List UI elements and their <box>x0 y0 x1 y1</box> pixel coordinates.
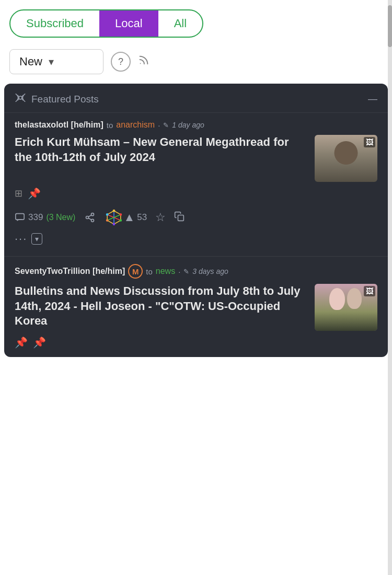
save-button-1[interactable]: ☆ <box>155 211 166 224</box>
svg-point-0 <box>140 63 141 64</box>
image-indicator-1: 🖼 <box>364 137 375 147</box>
pin-icon-1[interactable]: 📌 <box>28 187 41 200</box>
tab-local[interactable]: Local <box>99 10 158 37</box>
help-button[interactable]: ? <box>111 52 131 72</box>
sort-label: New <box>19 55 42 68</box>
filter-row: New ▾ ? <box>0 44 392 84</box>
rss-icon[interactable] <box>138 54 149 69</box>
svg-point-16 <box>106 219 109 222</box>
pencil-icon-1: ✎ <box>163 121 169 129</box>
svg-rect-18 <box>178 215 184 221</box>
post-thumbnail-2[interactable]: 🖼 <box>315 284 377 331</box>
new-comments-count-1: (3 New) <box>46 213 75 222</box>
pencil-icon-2: ✎ <box>183 268 189 275</box>
more-row-1: ··· ▾ <box>15 232 377 253</box>
share-button-1[interactable] <box>85 212 95 223</box>
svg-point-15 <box>113 223 116 225</box>
comments-count-1: 339 <box>28 212 43 223</box>
vote-count-1: 53 <box>137 212 147 223</box>
post-to-1: to <box>107 121 113 130</box>
tab-subscribed[interactable]: Subscribed <box>10 10 99 37</box>
post-author-1[interactable]: thelastaxolotl [he/him] <box>15 120 103 130</box>
post-dot-2: · <box>178 267 180 276</box>
post-time-1: 1 day ago <box>172 121 204 129</box>
scrollbar-thumb[interactable] <box>388 5 392 47</box>
help-icon: ? <box>118 56 123 67</box>
tab-group: Subscribed Local All <box>9 9 203 38</box>
svg-point-13 <box>120 213 122 216</box>
post-dot-1: · <box>158 121 160 130</box>
post-content-row-2: Bulletins and News Discussion from July … <box>15 284 377 331</box>
pin-icon-2b[interactable]: 📌 <box>33 336 46 349</box>
image-indicator-2: 🖼 <box>364 286 375 296</box>
post-title-1[interactable]: Erich Kurt Mühsam – New General Megathre… <box>15 135 307 165</box>
tab-all[interactable]: All <box>158 10 202 37</box>
more-options-button-1[interactable]: ··· <box>15 232 27 246</box>
feed-container: Featured Posts — thelastaxolotl [he/him]… <box>4 84 388 357</box>
svg-point-14 <box>120 219 122 222</box>
post-author-2[interactable]: SeventyTwoTrillion [he/him] <box>15 267 125 276</box>
mod-badge-2[interactable]: M <box>128 264 143 279</box>
post-meta-2: SeventyTwoTrillion [he/him] M to news · … <box>15 264 377 279</box>
post-time-2: 3 days ago <box>192 267 228 275</box>
pin-icon-2a[interactable]: 📌 <box>15 336 28 349</box>
post-content-row-1: Erich Kurt Mühsam – New General Megathre… <box>15 135 377 182</box>
post-meta-1: thelastaxolotl [he/him] to anarchism · ✎… <box>15 120 377 130</box>
pin-row-2: 📌 📌 <box>15 336 377 349</box>
chevron-down-icon: ▾ <box>49 55 54 68</box>
svg-rect-2 <box>16 214 24 220</box>
post-item-2: SeventyTwoTrillion [he/him] M to news · … <box>4 256 388 357</box>
action-bar-1: 339 (3 New) <box>15 205 377 232</box>
sort-dropdown[interactable]: New ▾ <box>9 49 103 74</box>
post-title-2[interactable]: Bulletins and News Discussion from July … <box>15 284 307 329</box>
featured-label: Featured Posts <box>15 93 99 105</box>
broadcast-icon <box>15 93 26 105</box>
featured-header: Featured Posts — <box>4 84 388 112</box>
post-thumbnail-1[interactable]: 🖼 <box>315 135 377 182</box>
scrollbar[interactable] <box>388 0 392 575</box>
comments-button-1[interactable]: 339 (3 New) <box>15 212 75 223</box>
post-to-2: to <box>146 267 153 276</box>
svg-line-6 <box>89 218 92 220</box>
post-community-1[interactable]: anarchism <box>116 120 155 130</box>
minimize-icon[interactable]: — <box>368 94 377 105</box>
bookmark-icon-1[interactable]: ⊞ <box>15 188 22 199</box>
upvote-button-1[interactable]: ▲ <box>123 211 135 224</box>
post-item: thelastaxolotl [he/him] to anarchism · ✎… <box>4 112 388 256</box>
svg-line-7 <box>89 215 92 216</box>
pin-row-1: ⊞ 📌 <box>15 187 377 200</box>
svg-point-12 <box>113 210 116 212</box>
featured-text: Featured Posts <box>31 94 99 105</box>
svg-point-17 <box>106 213 109 216</box>
collapse-button-1[interactable]: ▾ <box>31 233 42 245</box>
post-community-2[interactable]: news <box>156 267 175 276</box>
fediverse-icon-1[interactable] <box>105 208 123 227</box>
tab-bar: Subscribed Local All <box>0 0 392 44</box>
crosspost-button-1[interactable] <box>174 211 185 224</box>
